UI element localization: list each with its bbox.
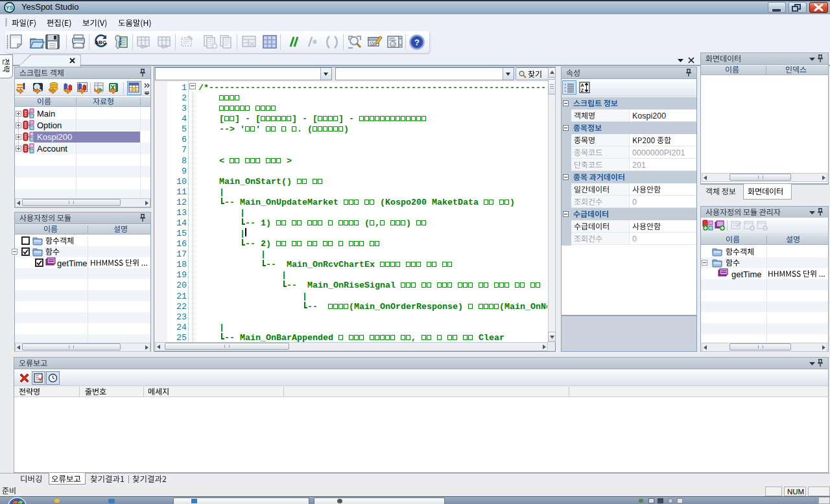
svg-text:YS: YS <box>6 5 14 11</box>
svg-text:Z: Z <box>581 88 584 93</box>
svg-text:ABC: ABC <box>95 40 106 45</box>
svg-text:OK: OK <box>371 42 376 46</box>
svg-text:?: ? <box>414 38 420 47</box>
svg-text:A: A <box>580 83 584 87</box>
